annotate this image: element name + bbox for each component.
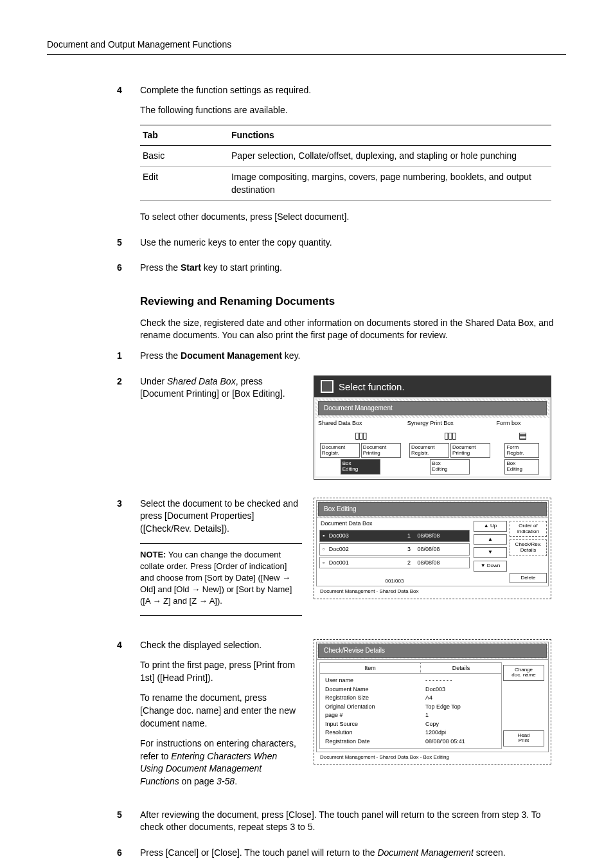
functions-table: Tab Functions Basic Paper selection, Col… — [140, 125, 551, 201]
tab-form[interactable]: Form box — [494, 418, 549, 429]
italic: Shared Data Box — [167, 376, 236, 386]
item-labels: User name Document Name Registration Siz… — [320, 674, 420, 748]
l4: For instructions on entering characters,… — [140, 737, 302, 788]
r: 1200dpi — [425, 728, 496, 737]
section-intro: Check the size, registered date and othe… — [140, 317, 566, 342]
btn-scroll-up[interactable]: ▲ — [474, 534, 507, 545]
bold: Document Management — [181, 350, 282, 361]
triangle-down-icon: ▼ — [488, 549, 493, 555]
r: User name — [325, 676, 415, 685]
l3: To rename the document, press [Change do… — [140, 692, 302, 730]
n: 1 — [405, 531, 413, 540]
d: 08/08/08 — [415, 531, 443, 540]
tab-row: Shared Data Box Synergy Print Box Form b… — [315, 418, 549, 429]
title-text: Select function. — [339, 380, 405, 393]
btn-form-registr[interactable]: Form Registr. — [504, 443, 539, 458]
r: Registration Size — [325, 694, 415, 703]
btn-delete[interactable]: Delete — [510, 573, 547, 584]
step-6b-text: Press [Cancel] or [Close]. The touch pan… — [140, 847, 566, 860]
step-1-text: Press the Document Management key. — [140, 350, 566, 363]
step-4b: 4 Check the displayed selection. To prin… — [140, 639, 566, 796]
page-ref: 3-58 — [217, 776, 235, 786]
step-6: 6 Press the Start key to start printing. — [140, 262, 566, 275]
lcd-select-function: Select function. Document Management Sha… — [314, 375, 551, 480]
italic: Document Management — [377, 847, 473, 858]
btn-doc-registr[interactable]: Document Registr. — [409, 443, 449, 458]
triangle-up-icon: ▲ — [488, 536, 493, 542]
r: page # — [325, 711, 415, 720]
col-details: Details — [421, 663, 501, 674]
step-6b: 6 Press [Cancel] or [Close]. The touch p… — [140, 847, 566, 860]
r: Resolution — [325, 728, 415, 737]
btn-order[interactable]: Order of indication — [510, 521, 547, 538]
list-item[interactable]: ▪ Doc003 1 08/08/08 — [319, 530, 470, 542]
cell-basic: Basic — [140, 146, 229, 167]
counter: 001/003 — [317, 570, 472, 586]
step-5b-text: After reviewing the document, press [Clo… — [140, 809, 566, 834]
btn-check-rev[interactable]: Check/Rev. Details — [510, 539, 547, 556]
btn-doc-printing[interactable]: Document Printing — [361, 443, 401, 458]
n: 3 — [405, 545, 413, 554]
n: 2 — [405, 558, 413, 567]
btn-change-name[interactable]: Change doc. name — [503, 665, 544, 682]
btn-box-editing[interactable]: Box Editing — [341, 459, 380, 475]
btn-head-print[interactable]: Head Print — [503, 730, 544, 747]
step-2-text: Under Shared Data Box, press [Document P… — [140, 375, 302, 401]
pages-icon: ▯▯▯ — [317, 429, 404, 442]
list-item[interactable]: ▫ Doc002 3 08/08/08 — [319, 543, 470, 556]
btn-box-editing[interactable]: Box Editing — [430, 459, 470, 475]
doc-name: Doc003 — [326, 531, 351, 540]
step-number: 3 — [117, 498, 122, 511]
bold: Start — [181, 262, 201, 273]
r: Input Source — [325, 720, 415, 729]
breadcrumb: Document Management - Shared Data Box - … — [316, 752, 549, 762]
col-item: Item — [320, 663, 421, 674]
btn-doc-registr[interactable]: Document Registr. — [320, 443, 360, 458]
step-5b: 5 After reviewing the document, press [C… — [140, 809, 566, 834]
cell-edit-func: Image compositing, margins, covers, page… — [229, 167, 551, 200]
r: - - - - - - - - — [425, 676, 496, 685]
step-5: 5 Use the numeric keys to enter the copy… — [140, 237, 566, 249]
doc-name: Doc001 — [326, 558, 351, 567]
btn-scroll-down[interactable]: ▼ — [474, 547, 507, 558]
pages-icon: ▯▯▯ — [406, 429, 493, 442]
step-number: 1 — [117, 350, 122, 363]
l1: Check the displayed selection. — [140, 639, 302, 652]
btn-down[interactable]: ▼ Down — [474, 561, 507, 572]
step-4-after: To select other documents, press [Select… — [140, 211, 566, 224]
tab-shared[interactable]: Shared Data Box — [315, 418, 405, 429]
t: Under — [140, 376, 167, 386]
section-heading: Reviewing and Renaming Documents — [140, 294, 566, 309]
th-tab: Tab — [140, 125, 229, 146]
r: Top Edge Top — [425, 703, 496, 712]
step-number: 6 — [117, 847, 122, 860]
btn-doc-printing[interactable]: Document Printing — [450, 443, 490, 458]
r: A4 — [425, 694, 496, 703]
cell-basic-func: Paper selection, Collate/offset, duplexi… — [229, 146, 551, 167]
btn-box-editing[interactable]: Box Editing — [504, 459, 539, 475]
btn-up[interactable]: ▲ Up — [474, 521, 507, 532]
l2: To print the first page, press [Print fr… — [140, 659, 302, 684]
step-number: 6 — [117, 262, 122, 275]
tab-synergy[interactable]: Synergy Print Box — [405, 418, 494, 429]
lcd-subtitle: Box Editing — [318, 502, 547, 516]
step-2: 2 Under Shared Data Box, press [Document… — [140, 375, 566, 480]
lcd-box-editing: Box Editing Document Data Box ▪ Doc003 1… — [314, 498, 551, 599]
form-icon: ▤ — [496, 429, 548, 442]
doc-icon — [321, 380, 333, 393]
step-4-line2: The following functions are available. — [140, 104, 566, 117]
t: Press the — [140, 262, 181, 273]
step-6-text: Press the Start key to start printing. — [140, 262, 566, 275]
list-item[interactable]: ▫ Doc001 2 08/08/08 — [319, 557, 470, 569]
lcd-title: Select function. — [314, 376, 551, 397]
step-number: 5 — [117, 809, 122, 822]
step-number: 2 — [117, 375, 122, 388]
step-number: 4 — [117, 639, 122, 652]
running-header: Document and Output Management Functions — [47, 39, 566, 55]
t: key. — [282, 350, 301, 361]
doc-name: Doc002 — [326, 545, 351, 554]
step-4-line1: Complete the function settings as requir… — [140, 84, 566, 97]
l: Down — [487, 563, 500, 568]
t: Press the — [140, 350, 181, 361]
l: Up — [490, 523, 497, 529]
